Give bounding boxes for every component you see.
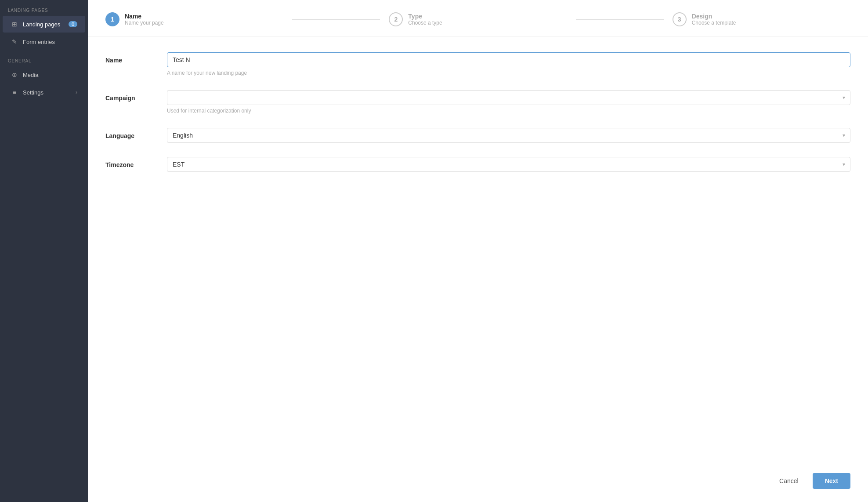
settings-icon: ≡ xyxy=(11,88,18,96)
campaign-select-wrapper: ▾ xyxy=(167,90,850,105)
step-3-text: Design Choose a template xyxy=(692,13,736,26)
stepper-header: 1 Name Name your page 2 Type Choose a ty… xyxy=(88,0,868,36)
step-1: 1 Name Name your page xyxy=(105,12,283,26)
media-icon: ⊕ xyxy=(11,71,18,79)
timezone-label: Timezone xyxy=(105,157,167,168)
step-3-title: Design xyxy=(692,13,736,20)
sidebar-item-media[interactable]: ⊕ Media xyxy=(3,66,85,83)
sidebar-item-label-settings: Settings xyxy=(23,89,43,96)
sidebar-item-form-entries[interactable]: ✎ Form entries xyxy=(3,33,85,50)
sidebar-item-landing-pages[interactable]: ⊞ Landing pages 0 xyxy=(3,16,85,33)
campaign-hint: Used for internal categorization only xyxy=(167,108,850,114)
campaign-control-area: ▾ Used for internal categorization only xyxy=(167,90,850,114)
sidebar: LANDING PAGES ⊞ Landing pages 0 ✎ Form e… xyxy=(0,0,88,502)
step-3: 3 Design Choose a template xyxy=(673,12,850,26)
step-2-subtitle: Choose a type xyxy=(408,20,442,26)
step-divider-2-3 xyxy=(576,19,664,20)
step-1-subtitle: Name your page xyxy=(125,20,164,26)
sidebar-item-label-landing-pages: Landing pages xyxy=(23,21,60,28)
step-2: 2 Type Choose a type xyxy=(389,12,567,26)
campaign-select[interactable] xyxy=(167,90,850,105)
sidebar-section-general: GENERAL xyxy=(0,51,88,66)
step-3-subtitle: Choose a template xyxy=(692,20,736,26)
form-row-campaign: Campaign ▾ Used for internal categorizat… xyxy=(105,90,850,114)
step-1-title: Name xyxy=(125,13,164,20)
form-row-timezone: Timezone EST ▾ xyxy=(105,157,850,172)
sidebar-item-label-media: Media xyxy=(23,72,38,78)
sidebar-section-landing-pages: LANDING PAGES xyxy=(0,0,88,15)
sidebar-item-label-form-entries: Form entries xyxy=(23,39,55,45)
timezone-select[interactable]: EST xyxy=(167,157,850,172)
name-hint: A name for your new landing page xyxy=(167,70,850,76)
form-footer: Cancel Next xyxy=(88,464,868,502)
name-input[interactable] xyxy=(167,52,850,67)
form-entries-icon: ✎ xyxy=(11,38,18,46)
sidebar-item-settings[interactable]: ≡ Settings › xyxy=(3,84,85,101)
main-content: 1 Name Name your page 2 Type Choose a ty… xyxy=(88,0,868,502)
step-3-circle: 3 xyxy=(673,12,687,26)
landing-pages-badge: 0 xyxy=(69,21,77,27)
name-control-area: A name for your new landing page xyxy=(167,52,850,76)
language-label: Language xyxy=(105,128,167,139)
landing-pages-icon: ⊞ xyxy=(11,20,18,28)
campaign-label: Campaign xyxy=(105,90,167,102)
form-area: Name A name for your new landing page Ca… xyxy=(88,36,868,464)
step-2-text: Type Choose a type xyxy=(408,13,442,26)
name-label: Name xyxy=(105,52,167,64)
settings-chevron-icon: › xyxy=(76,89,77,95)
step-1-circle: 1 xyxy=(105,12,119,26)
timezone-select-wrapper: EST ▾ xyxy=(167,157,850,172)
language-select[interactable]: English xyxy=(167,128,850,143)
timezone-control-area: EST ▾ xyxy=(167,157,850,172)
form-row-name: Name A name for your new landing page xyxy=(105,52,850,76)
next-button[interactable]: Next xyxy=(813,473,850,489)
cancel-button[interactable]: Cancel xyxy=(770,473,807,489)
form-row-language: Language English ▾ xyxy=(105,128,850,143)
step-2-title: Type xyxy=(408,13,442,20)
language-control-area: English ▾ xyxy=(167,128,850,143)
language-select-wrapper: English ▾ xyxy=(167,128,850,143)
step-2-circle: 2 xyxy=(389,12,403,26)
step-1-text: Name Name your page xyxy=(125,13,164,26)
step-divider-1-2 xyxy=(292,19,380,20)
